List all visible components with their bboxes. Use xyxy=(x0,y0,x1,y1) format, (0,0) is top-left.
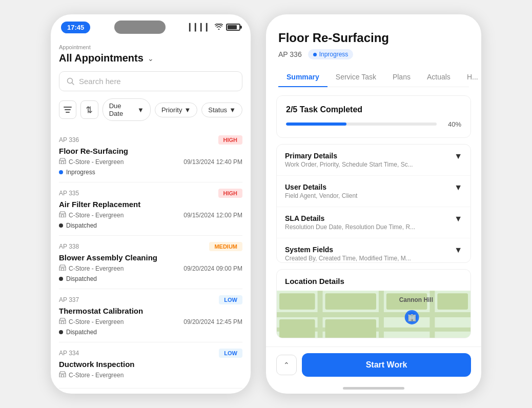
panel-body: 2/5 Task Completed 40% Primary Details W… xyxy=(266,87,481,347)
priority-badge: HIGH xyxy=(218,135,243,145)
svg-rect-11 xyxy=(62,321,64,324)
svg-rect-23 xyxy=(279,319,315,338)
progress-bar-fill xyxy=(286,123,346,126)
tab-service-task[interactable]: Service Task xyxy=(328,68,384,87)
priority-badge: LOW xyxy=(219,295,242,304)
panel-title: Floor Re-Surfacing xyxy=(278,31,469,45)
svg-rect-5 xyxy=(62,161,64,164)
sort-button[interactable] xyxy=(80,100,98,119)
store-name: C-Store - Evergreen xyxy=(69,265,124,272)
status-chevron: ▼ xyxy=(229,106,236,114)
appt-date: 09/20/2024 12:45 PM xyxy=(183,318,242,325)
detail-sub: Resolution Due Date, Resolution Due Time… xyxy=(285,223,450,231)
status-row: Dispatched xyxy=(59,222,242,229)
tab-plans[interactable]: Plans xyxy=(384,68,419,87)
panel-subtitle-row: AP 336 Inprogress xyxy=(278,49,469,59)
detail-left: System Fields Created By, Created Time, … xyxy=(285,246,450,262)
status-row: Dispatched xyxy=(59,275,242,282)
tab-summary[interactable]: Summary xyxy=(278,68,328,87)
store-icon xyxy=(59,158,66,166)
bottom-bar: ⌃ Start Work xyxy=(266,346,481,385)
svg-rect-6 xyxy=(59,214,66,217)
appointment-title-row[interactable]: All Appointments ⌄ xyxy=(59,52,242,64)
detail-title: Primary Details xyxy=(285,152,450,160)
tabs-row: SummaryService TaskPlansActualsH... xyxy=(278,68,469,87)
appt-id: AP 334 xyxy=(59,350,79,357)
appt-meta: C-Store - Evergreen 09/13/2024 12:40 PM xyxy=(59,158,242,166)
store-name: C-Store - Evergreen xyxy=(69,212,124,219)
appt-meta: C-Store - Evergreen xyxy=(59,371,242,379)
status-bar: 17:45 ▎▎▎▎ xyxy=(51,14,251,38)
progress-bar xyxy=(286,123,437,126)
detail-row[interactable]: Primary Details Work Order, Priority, Sc… xyxy=(277,145,470,176)
chevron-down-icon: ▼ xyxy=(454,183,462,192)
task-count-text: 2/5 Task Completed xyxy=(286,105,461,114)
appt-meta: C-Store - Evergreen 09/20/2024 12:45 PM xyxy=(59,318,242,325)
svg-rect-8 xyxy=(59,267,66,271)
phone-content: Appointment All Appointments ⌄ Search he… xyxy=(51,38,251,394)
tab-h...[interactable]: H... xyxy=(459,68,481,87)
svg-text:Cannon Hill: Cannon Hill xyxy=(399,296,433,303)
appt-store: C-Store - Evergreen xyxy=(59,211,124,219)
appointments-list: AP 336 HIGH Floor Re-Surfacing C-Store -… xyxy=(59,129,242,393)
progress-percentage: 40% xyxy=(443,120,461,128)
store-icon xyxy=(59,211,66,219)
start-work-button[interactable]: Start Work xyxy=(302,353,471,377)
right-panel: Floor Re-Surfacing AP 336 Inprogress Sum… xyxy=(266,14,481,394)
panel-header: Floor Re-Surfacing AP 336 Inprogress Sum… xyxy=(266,14,481,87)
priority-badge: MEDIUM xyxy=(209,242,242,251)
filter-button[interactable] xyxy=(59,100,76,119)
appointment-card[interactable]: AP 338 MEDIUM Blower Assembly Cleaning C… xyxy=(59,236,242,289)
search-box[interactable]: Search here xyxy=(59,71,242,91)
appointment-card[interactable]: AP 337 LOW Thermostat Calibration C-Stor… xyxy=(59,289,242,342)
details-section: Primary Details Work Order, Priority, Sc… xyxy=(276,144,471,263)
inprogress-badge: Inprogress xyxy=(308,49,354,59)
appt-date: 09/15/2024 12:00 PM xyxy=(183,212,242,219)
priority-badge: HIGH xyxy=(218,189,243,198)
status-label: Dispatched xyxy=(66,275,97,282)
detail-sub: Work Order, Priority, Schedule Start Tim… xyxy=(285,161,450,168)
tab-actuals[interactable]: Actuals xyxy=(419,68,459,87)
battery-icon xyxy=(226,24,240,31)
status-label: Dispatched xyxy=(66,222,97,229)
map-placeholder: Cannon Hill 🏢 xyxy=(277,291,470,338)
svg-rect-15 xyxy=(277,312,470,317)
due-date-chevron: ▼ xyxy=(137,106,144,114)
panel-ap-number: AP 336 xyxy=(278,50,302,58)
detail-row[interactable]: SLA Details Resolution Due Date, Resolut… xyxy=(277,207,470,238)
appt-top-row: AP 338 MEDIUM xyxy=(59,242,242,251)
status-dot xyxy=(59,277,63,281)
collapse-button[interactable]: ⌃ xyxy=(276,355,297,375)
store-name: C-Store - Evergreen xyxy=(69,318,124,325)
svg-rect-20 xyxy=(279,293,315,310)
svg-text:🏢: 🏢 xyxy=(407,313,417,321)
detail-sub: Field Agent, Vendor, Client xyxy=(285,192,450,199)
chevron-up-icon: ⌃ xyxy=(283,361,290,369)
detail-row[interactable]: System Fields Created By, Created Time, … xyxy=(277,238,470,263)
detail-row[interactable]: User Details Field Agent, Vendor, Client… xyxy=(277,176,470,207)
map-svg: Cannon Hill 🏢 xyxy=(277,291,470,338)
priority-filter[interactable]: Priority ▼ xyxy=(155,103,197,117)
svg-rect-3 xyxy=(66,112,70,113)
appt-top-row: AP 337 LOW xyxy=(59,295,242,304)
detail-left: User Details Field Agent, Vendor, Client xyxy=(285,183,450,199)
wifi-icon xyxy=(215,23,223,31)
appt-meta: C-Store - Evergreen 09/20/2024 09:00 PM xyxy=(59,264,242,272)
status-label: Status xyxy=(208,106,227,114)
appointment-card[interactable]: AP 335 HIGH Air Filter Replacement C-Sto… xyxy=(59,182,242,236)
inprogress-label: Inprogress xyxy=(319,51,349,58)
sort-icon xyxy=(86,106,93,113)
inprogress-dot xyxy=(313,53,317,56)
status-filter[interactable]: Status ▼ xyxy=(201,103,242,117)
dynamic-island xyxy=(114,21,166,34)
appointment-card[interactable]: AP 336 HIGH Floor Re-Surfacing C-Store -… xyxy=(59,129,242,182)
search-icon xyxy=(67,77,75,86)
svg-rect-7 xyxy=(62,215,64,217)
appt-store: C-Store - Evergreen xyxy=(59,264,124,272)
appt-id: AP 338 xyxy=(59,243,79,250)
priority-chevron: ▼ xyxy=(184,106,191,114)
status-dot xyxy=(59,223,63,228)
chevron-down-icon: ▼ xyxy=(454,152,462,161)
appointment-card[interactable]: AP 334 LOW Ductwork Inspection C-Store -… xyxy=(59,342,242,389)
due-date-filter[interactable]: Due Date ▼ xyxy=(103,98,151,121)
